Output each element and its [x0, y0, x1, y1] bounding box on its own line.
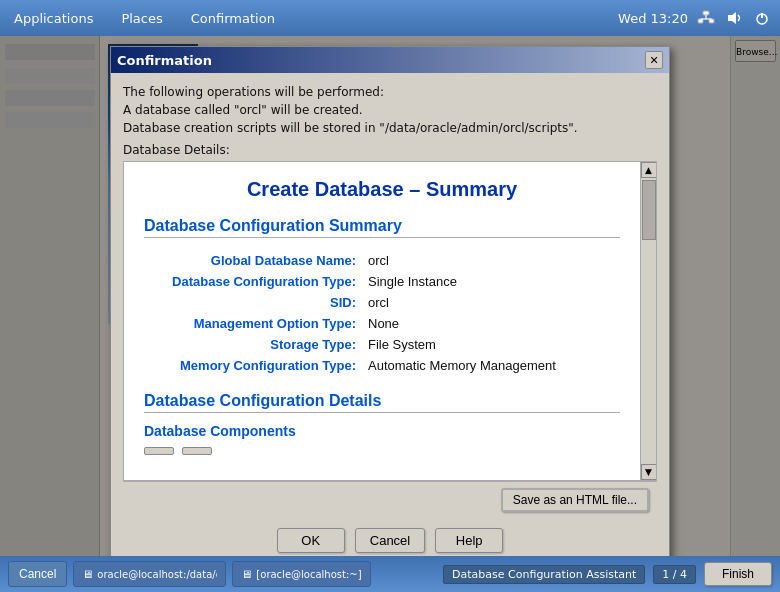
scrollbar-thumb[interactable] — [642, 180, 656, 240]
menu-places[interactable]: Places — [115, 7, 168, 30]
info-line-0: The following operations will be perform… — [123, 83, 657, 101]
table-row: Database Configuration Type: Single Inst… — [144, 271, 620, 292]
field-label-3: Management Option Type: — [144, 313, 364, 334]
db-details-label: Database Details: — [123, 143, 657, 157]
scrollbar-track — [641, 178, 657, 480]
taskbar-task-0[interactable]: 🖥 oracle@localhost:/data/oracle/pr — [73, 561, 226, 587]
field-label-1: Database Configuration Type: — [144, 271, 364, 292]
network-icon[interactable] — [696, 8, 716, 28]
taskbar-top-right: Wed 13:20 — [618, 8, 772, 28]
taskbar-bottom: Cancel 🖥 oracle@localhost:/data/oracle/p… — [0, 556, 780, 592]
scrollbar-up-button[interactable]: ▲ — [641, 162, 657, 178]
table-row: SID: orcl — [144, 292, 620, 313]
field-label-0: Global Database Name: — [144, 250, 364, 271]
dialog-titlebar: Confirmation ✕ — [111, 47, 669, 73]
status-label: Database Configuration Assistant — [443, 565, 645, 584]
dialog-action-bar: Save as an HTML file... — [123, 481, 657, 518]
field-label-2: SID: — [144, 292, 364, 313]
table-row: Global Database Name: orcl — [144, 250, 620, 271]
task-icon-0: 🖥 — [82, 568, 93, 581]
taskbar-top: Applications Places Confirmation Wed 13:… — [0, 0, 780, 36]
section2-title: Database Configuration Details — [144, 392, 620, 413]
dialog-scroll-area[interactable]: Create Database – Summary Database Confi… — [123, 161, 657, 481]
menu-confirmation[interactable]: Confirmation — [185, 7, 281, 30]
taskbar-cancel-button[interactable]: Cancel — [8, 561, 67, 587]
summary-title: Create Database – Summary — [144, 178, 620, 201]
svg-marker-6 — [728, 12, 736, 24]
cancel-button[interactable]: Cancel — [355, 528, 425, 553]
modal-overlay: Confirmation ✕ The following operations … — [0, 36, 780, 556]
taskbar-task-1[interactable]: 🖥 [oracle@localhost:~] — [232, 561, 370, 587]
desktop: Ui2i 01ciclclcl Browse... Confirmation ✕… — [0, 36, 780, 556]
table-row: Management Option Type: None — [144, 313, 620, 334]
task-label-0: oracle@localhost:/data/oracle/pr — [97, 569, 217, 580]
component-button-0[interactable] — [144, 447, 174, 455]
task-label-1: [oracle@localhost:~] — [256, 569, 361, 580]
svg-rect-2 — [709, 19, 714, 23]
dialog-buttons: OK Cancel Help — [123, 522, 657, 556]
taskbar-status: Database Configuration Assistant 1 / 4 F… — [443, 562, 772, 586]
info-line-2: Database creation scripts will be stored… — [123, 119, 657, 137]
field-label-5: Memory Configuration Type: — [144, 355, 364, 376]
task-icon-1: 🖥 — [241, 568, 252, 581]
page-info: 1 / 4 — [653, 565, 696, 584]
info-line-1: A database called "orcl" will be created… — [123, 101, 657, 119]
field-value-1: Single Instance — [364, 271, 620, 292]
field-label-4: Storage Type: — [144, 334, 364, 355]
component-button-1[interactable] — [182, 447, 212, 455]
field-value-5: Automatic Memory Management — [364, 355, 620, 376]
svg-rect-0 — [703, 11, 709, 15]
menu-applications[interactable]: Applications — [8, 7, 99, 30]
scrollbar: ▲ ▼ — [640, 162, 656, 480]
section1-title: Database Configuration Summary — [144, 217, 620, 238]
svg-rect-1 — [698, 19, 703, 23]
field-value-2: orcl — [364, 292, 620, 313]
dialog-title: Confirmation — [117, 53, 212, 68]
scrollbar-down-button[interactable]: ▼ — [641, 464, 657, 480]
dialog-body: The following operations will be perform… — [111, 73, 669, 556]
ok-button[interactable]: OK — [277, 528, 345, 553]
clock: Wed 13:20 — [618, 11, 688, 26]
finish-button[interactable]: Finish — [704, 562, 772, 586]
dialog-scroll-inner: Create Database – Summary Database Confi… — [124, 162, 640, 471]
field-value-0: orcl — [364, 250, 620, 271]
power-icon[interactable] — [752, 8, 772, 28]
dialog-close-button[interactable]: ✕ — [645, 51, 663, 69]
field-value-4: File System — [364, 334, 620, 355]
save-html-button[interactable]: Save as an HTML file... — [501, 488, 649, 512]
table-row: Memory Configuration Type: Automatic Mem… — [144, 355, 620, 376]
subsection-title: Database Components — [144, 423, 620, 439]
field-value-3: None — [364, 313, 620, 334]
table-row: Storage Type: File System — [144, 334, 620, 355]
config-table: Global Database Name: orcl Database Conf… — [144, 250, 620, 376]
confirmation-dialog: Confirmation ✕ The following operations … — [110, 46, 670, 556]
volume-icon[interactable] — [724, 8, 744, 28]
help-button[interactable]: Help — [435, 528, 503, 553]
taskbar-top-menus: Applications Places Confirmation — [8, 7, 281, 30]
dialog-info-text: The following operations will be perform… — [123, 83, 657, 137]
component-buttons — [144, 447, 620, 455]
